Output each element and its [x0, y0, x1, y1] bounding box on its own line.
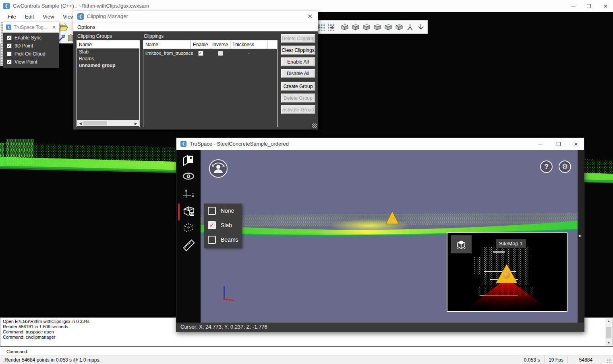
toolbar-clipping: ➤ ◀	[312, 20, 428, 34]
toggle-3d-point[interactable]: 3D Point	[3, 42, 59, 50]
col-header-thickness[interactable]: Thickness	[230, 41, 267, 49]
clip-outside-icon[interactable]: ◀	[327, 23, 336, 31]
scroll-right-icon[interactable]: ▶	[133, 121, 139, 125]
log-line: Render 556191 in 1.609 seconds	[3, 324, 89, 329]
sitemap-cube-button[interactable]	[451, 235, 472, 253]
checkbox[interactable]	[208, 221, 216, 229]
clear-clippings-button[interactable]: Clear Clippings	[281, 45, 315, 55]
enable-all-button[interactable]: Enable All	[281, 57, 315, 66]
activate-group-button[interactable]: Activate Group	[281, 105, 315, 114]
popup-option-none[interactable]: None	[204, 204, 242, 218]
enable-checkbox[interactable]	[198, 51, 203, 56]
menu-file[interactable]: File	[3, 12, 21, 21]
menu-edit[interactable]: Edit	[21, 12, 38, 21]
delete-clipping-button[interactable]: Delete Clipping	[281, 34, 315, 43]
col-header-inverse[interactable]: Inverse	[210, 41, 230, 49]
col-header-enable[interactable]: Enable	[191, 41, 210, 49]
clipping-manager-titlebar[interactable]: ❮ Clipping Manager ✕	[73, 11, 318, 22]
app-icon: ❮	[6, 25, 11, 30]
minimize-button[interactable]	[531, 138, 549, 150]
toolbar-separator	[338, 23, 338, 31]
inverse-checkbox[interactable]	[218, 51, 223, 56]
limitbox-tool-2-icon[interactable]	[351, 23, 360, 31]
command-label: Command:	[6, 347, 28, 356]
status-message: :Render 54684 points in 0.053 s @ 1.0 mp…	[3, 356, 101, 364]
scroll-down-icon[interactable]: ▼	[605, 340, 612, 346]
groups-horizontal-scrollbar[interactable]: ◀ ▶	[77, 120, 139, 126]
scrollbar-thumb[interactable]	[606, 327, 611, 338]
clippings-label: Clippings	[144, 33, 164, 39]
limitbox-dashed-icon[interactable]	[182, 222, 195, 236]
truspace-titlebar[interactable]: ❮ TruSpace - SteelConcreteSample_ordered…	[176, 138, 584, 150]
menu-view[interactable]: View	[38, 12, 58, 21]
resize-grip[interactable]	[312, 123, 317, 128]
limitbox-tool-3-icon[interactable]	[362, 23, 371, 31]
app-icon: ❮	[180, 141, 186, 147]
clipping-groups-list: Name Slab Beams unnamed group ◀ ▶	[77, 40, 140, 127]
checkbox[interactable]	[7, 60, 12, 64]
expand-arrow-icon[interactable]: ▶	[579, 234, 582, 238]
avatar-view-icon[interactable]	[209, 159, 228, 178]
fence-tool-icon[interactable]	[68, 34, 73, 43]
resize-grip[interactable]	[607, 358, 611, 363]
maximize-button[interactable]	[580, 0, 598, 12]
truspace-toggles-panel: ❮ TruSpace Tog... ✕ Enable Sync 3D Point…	[3, 22, 59, 68]
toggle-view-point[interactable]: View Point	[3, 58, 59, 66]
sitemap-view-cone	[456, 278, 560, 312]
group-row-unnamed[interactable]: unnamed group	[77, 62, 139, 69]
toggle-enable-sync[interactable]: Enable Sync	[3, 34, 59, 42]
disable-all-button[interactable]: Disable All	[281, 69, 315, 78]
command-bar: Command:	[0, 347, 613, 356]
delete-group-button[interactable]: Delete Group	[281, 93, 315, 103]
limitbox-tool-1-icon[interactable]	[340, 23, 349, 31]
clip-slab-icon[interactable]	[182, 205, 195, 219]
move-axis-icon[interactable]	[182, 189, 195, 202]
checkbox[interactable]	[7, 43, 12, 48]
clipping-row-limitbox[interactable]: limitbox_from_truspace -	[143, 49, 277, 58]
status-point-count: 54684	[567, 356, 604, 364]
truspace-title: TruSpace - SteelConcreteSample_ordered	[190, 138, 289, 150]
popup-option-beams[interactable]: Beams	[204, 232, 242, 247]
scroll-left-icon[interactable]: ◀	[77, 121, 83, 125]
col-header-name[interactable]: Name	[143, 41, 191, 49]
maximize-button[interactable]	[549, 138, 568, 150]
truspace-viewport[interactable]: ? ⚙	[201, 150, 578, 323]
close-button[interactable]: ✕	[598, 0, 613, 12]
checkbox[interactable]	[7, 35, 12, 40]
toolbar-dock-grip[interactable]	[0, 22, 3, 66]
toggles-titlebar[interactable]: ❮ TruSpace Tog... ✕	[3, 22, 59, 33]
visibility-eye-icon[interactable]	[182, 172, 195, 182]
popup-option-slab[interactable]: Slab	[204, 218, 242, 232]
menu-options[interactable]: Options	[73, 22, 318, 31]
sitemap-panel-icon[interactable]	[182, 154, 195, 168]
toggle-pick-on-cloud[interactable]: Pick On Cloud	[3, 50, 59, 58]
measure-ruler-icon[interactable]	[182, 239, 195, 253]
settings-gear-icon[interactable]: ⚙	[559, 160, 571, 173]
create-group-button[interactable]: Create Group	[281, 82, 315, 91]
limitbox-tool-4-icon[interactable]	[373, 23, 382, 31]
close-icon[interactable]: ✕	[52, 22, 56, 33]
checkbox[interactable]	[208, 236, 216, 244]
drop-to-ground-icon[interactable]	[416, 23, 425, 31]
open-file-icon[interactable]	[59, 23, 68, 33]
help-icon[interactable]: ?	[540, 160, 553, 173]
scroll-up-icon[interactable]: ▲	[605, 318, 612, 324]
sitemap-overlay[interactable]: SiteMap 1	[447, 232, 567, 312]
limitbox-tool-6-icon[interactable]	[395, 23, 404, 31]
scrollbar-thumb[interactable]	[83, 121, 107, 125]
checkbox[interactable]	[208, 207, 216, 215]
group-row-slab[interactable]: Slab	[77, 49, 139, 56]
thickness-value: -	[230, 51, 267, 56]
close-button[interactable]: ✕	[568, 138, 584, 150]
group-row-beams[interactable]: Beams	[77, 56, 139, 62]
checkbox[interactable]	[7, 51, 12, 56]
truspace-window: ❮ TruSpace - SteelConcreteSample_ordered…	[176, 138, 584, 332]
command-input[interactable]	[30, 348, 312, 355]
limitbox-tool-5-icon[interactable]	[384, 23, 393, 31]
app-icon: ❮	[77, 13, 84, 20]
close-icon[interactable]: ✕	[307, 11, 313, 22]
log-vertical-scrollbar[interactable]: ▲ ▼	[605, 318, 612, 346]
pick-point-icon[interactable]	[406, 23, 414, 31]
truspace-side-strip[interactable]: ▶	[578, 150, 584, 323]
sync-view-icon[interactable]	[58, 34, 66, 43]
